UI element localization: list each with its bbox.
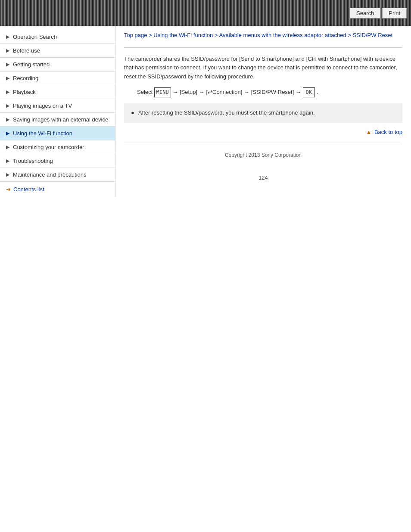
procedure-step2: [⇄Connection] <box>206 89 242 95</box>
menu-button-label: MENU <box>154 87 171 97</box>
triangle-up-icon: ▲ <box>366 129 371 135</box>
search-button[interactable]: Search <box>350 8 380 19</box>
arrow-icon: ▶ <box>6 131 10 136</box>
procedure-prefix: Select <box>137 89 153 95</box>
contents-list-link[interactable]: ➔ Contents list <box>0 182 115 197</box>
arrow-icon: ▶ <box>6 48 10 53</box>
sidebar-item-playback[interactable]: ▶ Playback <box>0 85 115 99</box>
arrow-icon: ▶ <box>6 158 10 164</box>
main-description: The camcorder shares the SSID/password f… <box>124 55 402 81</box>
arrow-right-icon: ➔ <box>6 186 11 193</box>
breadcrumb-current-page[interactable]: SSID/PW Reset <box>353 32 392 38</box>
arrow-icon: ▶ <box>6 75 10 81</box>
ok-button-label: OK <box>303 87 315 97</box>
breadcrumb-available-menus[interactable]: Available menus with the wireless adapto… <box>219 32 346 38</box>
arrow-icon: ▶ <box>6 103 10 109</box>
sidebar-item-before-use[interactable]: ▶ Before use <box>0 44 115 58</box>
arrow-icon: ▶ <box>6 144 10 150</box>
sidebar-item-maintenance[interactable]: ▶ Maintenance and precautions <box>0 168 115 182</box>
breadcrumb-wifi-function[interactable]: Using the Wi-Fi function <box>153 32 213 38</box>
footer-copyright: Copyright 2013 Sony Corporation <box>124 149 402 162</box>
page-number: 124 <box>124 162 402 185</box>
sidebar: ▶ Operation Search ▶ Before use ▶ Gettin… <box>0 26 115 197</box>
note-bullet: ● <box>131 109 134 116</box>
arrow-icon: ▶ <box>6 89 10 95</box>
main-layout: ▶ Operation Search ▶ Before use ▶ Gettin… <box>0 26 411 197</box>
page-divider <box>124 47 402 48</box>
note-text: After resetting the SSID/password, you m… <box>138 109 315 116</box>
header-buttons: Search Print <box>350 8 407 19</box>
sidebar-item-operation-search[interactable]: ▶ Operation Search <box>0 30 115 44</box>
footer-divider <box>124 144 402 144</box>
content-area: Top page > Using the Wi-Fi function > Av… <box>115 26 411 197</box>
print-button[interactable]: Print <box>382 8 407 19</box>
sidebar-item-getting-started[interactable]: ▶ Getting started <box>0 58 115 72</box>
sidebar-item-saving-images[interactable]: ▶ Saving images with an external device <box>0 113 115 127</box>
sidebar-item-recording[interactable]: ▶ Recording <box>0 72 115 85</box>
sidebar-item-playing-images-tv[interactable]: ▶ Playing images on a TV <box>0 99 115 113</box>
arrow-icon: ▶ <box>6 62 10 67</box>
arrow-icon: ▶ <box>6 34 10 40</box>
sidebar-item-customizing[interactable]: ▶ Customizing your camcorder <box>0 140 115 154</box>
back-to-top-container: ▲ Back to top <box>124 129 402 135</box>
procedure-step1: [Setup] <box>180 89 197 95</box>
arrow-icon: ▶ <box>6 117 10 122</box>
note-box: ● After resetting the SSID/password, you… <box>124 103 402 123</box>
breadcrumb: Top page > Using the Wi-Fi function > Av… <box>124 26 402 44</box>
back-to-top-link[interactable]: ▲ Back to top <box>366 129 402 135</box>
header-bar: Search Print <box>0 0 411 26</box>
sidebar-item-troubleshooting[interactable]: ▶ Troubleshooting <box>0 154 115 168</box>
procedure-step3: [SSID/PW Reset] <box>251 89 294 95</box>
sidebar-item-using-wifi[interactable]: ▶ Using the Wi-Fi function <box>0 127 115 140</box>
procedure-box: Select MENU → [Setup] → [⇄Connection] → … <box>137 87 402 97</box>
arrow-icon: ▶ <box>6 172 10 177</box>
breadcrumb-top-page[interactable]: Top page <box>124 32 147 38</box>
